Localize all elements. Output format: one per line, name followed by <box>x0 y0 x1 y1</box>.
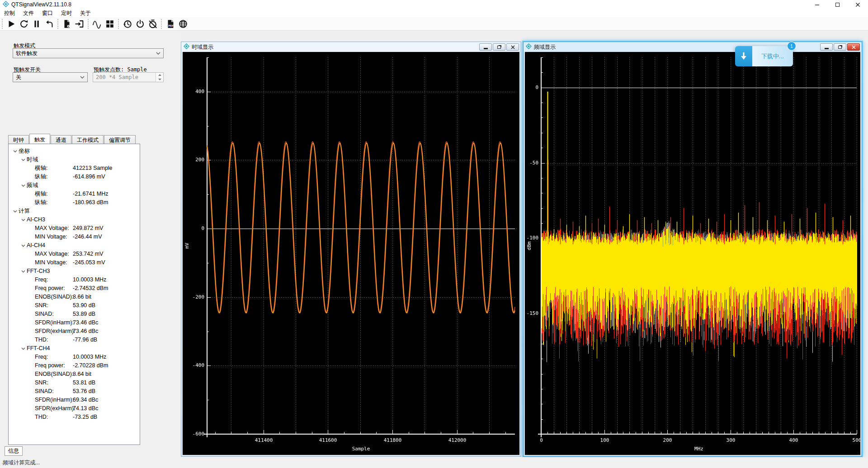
freq-domain-chart[interactable] <box>525 52 860 455</box>
tree-row-26[interactable]: ENOB(SINAD):8.64 bit <box>9 370 140 379</box>
pretrigger-switch-select[interactable]: 关 <box>13 72 88 82</box>
tree-value: 8.66 bit <box>73 293 91 301</box>
tree-row-15[interactable]: Freq:10.0003 MHz <box>9 276 140 284</box>
tree-row-3[interactable]: 纵轴:-614.896 mV <box>9 173 140 181</box>
tree-row-18[interactable]: SNR:53.90 dB <box>9 301 140 310</box>
tree-row-8[interactable]: AI-CH3 <box>9 215 140 224</box>
child-minimize-button[interactable] <box>479 43 492 51</box>
waveform-button[interactable] <box>91 18 104 30</box>
minimize-button[interactable] <box>807 0 827 9</box>
maximize-button[interactable] <box>827 0 848 9</box>
tree-row-1[interactable]: 时域 <box>9 155 140 164</box>
child-minimize-button[interactable] <box>820 43 833 51</box>
loop-icon <box>19 19 29 29</box>
chevron-expanded-icon <box>19 241 27 250</box>
toolbar: PDF <box>0 17 868 31</box>
tree-label: MAX Voltage: <box>35 251 69 257</box>
child-restore-button[interactable] <box>493 43 505 51</box>
tree-label: 纵轴: <box>35 173 47 180</box>
tab-trigger[interactable]: 触发 <box>29 134 50 144</box>
waveform-icon <box>92 19 102 29</box>
tree-row-20[interactable]: SFDR(inHarm):73.46 dBc <box>9 318 140 327</box>
pretrigger-points-spinner[interactable]: 200 *4 Sample <box>93 72 164 82</box>
power-button[interactable] <box>134 18 146 30</box>
file-export-button[interactable] <box>61 18 73 30</box>
close-button[interactable] <box>848 0 868 9</box>
chevron-down-icon <box>156 52 160 55</box>
tab-work-mode[interactable]: 工作模式 <box>72 135 104 144</box>
child-close-button[interactable] <box>506 43 519 51</box>
spin-down-icon[interactable] <box>156 77 163 82</box>
freq-window-title: 频域显示 <box>534 43 556 51</box>
child-close-button[interactable] <box>847 43 860 51</box>
time-window-title-bar[interactable]: 时域显示 <box>181 42 521 52</box>
spin-up-icon[interactable] <box>156 73 163 77</box>
tree-row-6[interactable]: 纵轴:-180.963 dBm <box>9 198 140 207</box>
tree-row-29[interactable]: SFDR(inHarm):69.34 dBc <box>9 396 140 404</box>
tab-clock[interactable]: 时钟 <box>8 135 29 144</box>
tab-info[interactable]: 信息 <box>5 446 23 456</box>
menu-item-3[interactable]: 定时 <box>57 9 76 18</box>
loop-button[interactable] <box>18 18 30 30</box>
tree-row-22[interactable]: THD:-77.96 dB <box>9 336 140 344</box>
freq-window-title-bar[interactable]: 频域显示 <box>524 42 862 52</box>
tile-windows-button[interactable] <box>104 18 116 30</box>
tree-row-10[interactable]: MIN Voltage:-246.44 mV <box>9 233 140 241</box>
tree-label: SFDR(exHarm): <box>35 328 75 334</box>
tree-row-25[interactable]: Freq power:-2.70228 dBm <box>9 361 140 370</box>
time-domain-chart[interactable] <box>183 52 519 455</box>
tree-label: SINAD: <box>35 388 54 394</box>
pause-button[interactable] <box>30 18 43 30</box>
chevron-expanded-icon <box>19 155 27 164</box>
tree-row-24[interactable]: Freq:10.0003 MHz <box>9 353 140 361</box>
tree-row-2[interactable]: 横轴:412213 Sample <box>9 164 140 173</box>
child-restore-button[interactable] <box>834 43 846 51</box>
tree-row-31[interactable]: THD:-73.25 dB <box>9 413 140 421</box>
network-globe-button[interactable] <box>177 18 189 30</box>
tree-row-13[interactable]: MIN Voltage:-245.053 mV <box>9 258 140 267</box>
tree-row-5[interactable]: 横轴:-21.6741 MHz <box>9 190 140 198</box>
menu-item-0[interactable]: 控制 <box>0 9 19 18</box>
tree-row-4[interactable]: 频域 <box>9 181 140 190</box>
tab-channel[interactable]: 通道 <box>51 135 71 144</box>
timer-off-button[interactable] <box>146 18 159 30</box>
close-icon <box>511 45 515 49</box>
tree-row-14[interactable]: FFT-CH3 <box>9 267 140 276</box>
tree-row-28[interactable]: SINAD:53.76 dB <box>9 387 140 396</box>
tree-row-0[interactable]: 坐标 <box>9 147 140 155</box>
time-window-title: 时域显示 <box>192 43 213 51</box>
tree-row-17[interactable]: ENOB(SINAD):8.66 bit <box>9 293 140 301</box>
tree-value: -180.963 dBm <box>73 198 108 207</box>
tree-row-11[interactable]: AI-CH4 <box>9 241 140 250</box>
trigger-mode-select[interactable]: 软件触发 <box>13 48 164 58</box>
undo-button[interactable] <box>43 18 56 30</box>
tree-value: -245.053 mV <box>73 258 105 267</box>
tree-row-27[interactable]: SNR:53.81 dB <box>9 379 140 387</box>
tree-row-19[interactable]: SINAD:53.89 dB <box>9 310 140 318</box>
tree-label: 频域 <box>27 182 38 188</box>
play-button[interactable] <box>5 18 18 30</box>
tree-row-23[interactable]: FFT-CH4 <box>9 344 140 353</box>
tree-row-21[interactable]: SFDR(exHarm):73.46 dBc <box>9 327 140 336</box>
tab-offset-adjust[interactable]: 偏置调节 <box>104 135 136 144</box>
tree-row-16[interactable]: Freq power:-2.74532 dBm <box>9 284 140 293</box>
import-button[interactable] <box>73 18 86 30</box>
status-text: 频域计算完成... <box>3 459 40 466</box>
menu-item-1[interactable]: 文件 <box>19 9 38 18</box>
download-status-text: 下载中... <box>752 46 793 66</box>
play-icon <box>6 19 16 29</box>
tree-row-30[interactable]: SFDR(exHarm):74.13 dBc <box>9 404 140 413</box>
tree-value: 53.76 dB <box>73 387 95 396</box>
history-clock-button[interactable] <box>121 18 134 30</box>
menu-item-4[interactable]: 关于 <box>76 9 95 18</box>
tree-row-9[interactable]: MAX Voltage:249.872 mV <box>9 224 140 233</box>
export-pdf-button[interactable]: PDF <box>164 18 177 30</box>
spinner-arrows[interactable] <box>156 73 163 82</box>
tree-row-7[interactable]: 计算 <box>9 207 140 215</box>
menu-item-2[interactable]: 窗口 <box>38 9 57 18</box>
tree-value: 10.0003 MHz <box>73 276 106 284</box>
download-toast[interactable]: 下载中... 1 <box>735 46 793 66</box>
tree-value: -21.6741 MHz <box>73 190 108 198</box>
tree-row-12[interactable]: MAX Voltage:253.742 mV <box>9 250 140 258</box>
tree-label: 纵轴: <box>35 199 47 206</box>
